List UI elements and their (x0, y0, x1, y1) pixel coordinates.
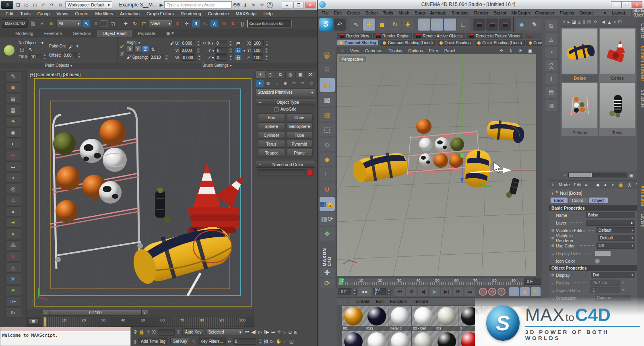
tab-display-icon[interactable]: ▣ (295, 70, 305, 78)
render-view-button[interactable]: Render View (337, 33, 372, 39)
tab-motion-icon[interactable]: ◎ (285, 70, 295, 78)
keyboard-override-icon[interactable]: ⬆ (192, 19, 200, 28)
render-region-button[interactable]: Render Region (373, 33, 412, 39)
dome-primitive-icon[interactable]: ◖ (5, 173, 21, 183)
go-start-icon[interactable]: ⏮ (245, 330, 249, 335)
spacewarps-icon[interactable]: ≋ (298, 80, 306, 87)
menu-maxscript[interactable]: MAXScript (236, 11, 257, 16)
named-selection-set-field[interactable]: Create Selection Se (247, 20, 291, 27)
cameras-icon[interactable]: ◉ (281, 80, 289, 87)
next-frame-icon[interactable]: ‖▶ (264, 330, 269, 335)
gouraud-lines-button[interactable]: Gouraud Shading (Lines) (380, 40, 436, 46)
save-icon[interactable]: ◫ (31, 1, 39, 8)
minimize-button[interactable]: – (282, 2, 292, 8)
material-item[interactable] (365, 331, 388, 346)
vp-menu-view[interactable]: View (350, 48, 359, 53)
plus-icon[interactable]: ✚ (320, 268, 335, 277)
material-item[interactable]: metal 3 (388, 306, 411, 331)
pyramid-primitive-icon[interactable]: ▲ (5, 206, 21, 216)
polygons-mode-icon[interactable]: ◆ (320, 152, 335, 166)
no-object-dropdown[interactable]: No Object... (19, 41, 40, 45)
document-icon[interactable]: ▤ (545, 86, 557, 98)
angle-snap-icon[interactable]: ∡ (210, 19, 219, 28)
scale-z-field[interactable]: 100 (252, 54, 263, 61)
browser-home-icon[interactable]: ⌂ (578, 20, 581, 25)
tab-hierarchy-icon[interactable]: ⧉ (276, 70, 285, 78)
attr-menu-mode[interactable]: Mode (559, 182, 570, 187)
icon-color-swatch[interactable] (595, 259, 600, 264)
anim-dot-icon[interactable] (551, 237, 554, 239)
gouraud-shading-button[interactable]: Gouraud Shading (337, 40, 379, 46)
visible-renderer-dropdown[interactable]: Default (598, 235, 635, 241)
tab-content-browser[interactable]: Content Browser (637, 43, 644, 84)
menu-tools[interactable]: Tools (20, 11, 31, 16)
menu-customize[interactable]: Customize (208, 11, 229, 16)
keyframe-selection-icon[interactable]: ? (497, 288, 506, 296)
asset-bolso[interactable]: Bolso (561, 28, 598, 82)
key-rotation-icon[interactable]: ↻ (531, 287, 541, 296)
curve-editor-icon[interactable]: ▤ (5, 94, 21, 104)
star-icon[interactable]: ☆ (258, 1, 266, 8)
next-key-icon[interactable]: ▶| (441, 287, 452, 296)
paint-brush-icon[interactable] (2, 45, 16, 56)
start-frame-field[interactable]: 0 F (339, 288, 351, 295)
object-name-field[interactable] (258, 169, 305, 175)
v-field[interactable]: 0.000 (180, 47, 195, 54)
scale-lock-icon[interactable]: ⬒ (235, 41, 242, 47)
maximize-toggle-icon[interactable]: ◱ (289, 339, 293, 344)
c4d-minimize-button[interactable]: – (611, 1, 621, 8)
scale-tool-icon[interactable]: ◼ (376, 19, 388, 31)
vp-zoom-icon[interactable]: ⇕ (509, 48, 512, 53)
max-viewport[interactable]: [+] [Camera001] [Shaded] (27, 70, 254, 309)
tab-attributes[interactable]: Attributes (637, 183, 644, 209)
time-back-arrow[interactable]: ‹ (43, 310, 49, 316)
browser-book-icon[interactable]: ▤ (587, 19, 591, 25)
move-tool-icon[interactable]: ✚ (363, 19, 375, 31)
maximize-viewport-icon[interactable]: ⊞ (294, 330, 297, 335)
camera-icon[interactable]: ◉ (5, 128, 21, 138)
viewport-camera-label[interactable]: Perspective (339, 56, 366, 62)
menu-octane[interactable]: Octane (580, 10, 594, 15)
end-frame-field[interactable]: 90 F (373, 288, 386, 295)
timeline-frame-box[interactable]: 0 F (524, 278, 541, 285)
anim-dot-icon[interactable] (551, 229, 554, 232)
dope-sheet-icon[interactable]: ▦ (5, 105, 21, 115)
redo-icon[interactable]: ↷ (48, 1, 56, 8)
asset-conos[interactable]: Conos (599, 28, 636, 82)
geosphere-button[interactable]: GeoSphere (286, 122, 313, 130)
w-field[interactable]: 0.000 (182, 54, 196, 61)
helpers-icon[interactable]: ▭ (290, 80, 298, 87)
c4d-viewport[interactable]: ⠿ View Cameras Display Options Filter Pa… (337, 47, 536, 276)
c4d-close-button[interactable]: ✕ (632, 1, 642, 8)
attr-target-icon[interactable]: ◎ (627, 182, 632, 187)
vp-pan-icon[interactable]: ✛ (500, 48, 503, 53)
zoom-region-icon[interactable]: ▷ (270, 339, 274, 344)
lock-selection-icon[interactable]: 🔒 (139, 330, 144, 335)
material-item[interactable]: f022 (365, 306, 388, 331)
timeline-ruler[interactable]: 0102030405060708090 (338, 277, 523, 285)
anim-dot-icon[interactable] (551, 244, 554, 247)
sculpt-mesh-icon[interactable]: ⌸ (320, 63, 335, 77)
pan-hand-icon[interactable]: ✋ (276, 339, 281, 344)
auto-key-button[interactable]: Auto Key (182, 328, 204, 336)
document2-icon[interactable]: ▥ (545, 100, 557, 111)
add-time-tag[interactable]: Add Time Tag (138, 338, 168, 345)
use-color-dropdown[interactable]: Off (597, 243, 635, 249)
grass-icon[interactable]: ♣ (5, 285, 21, 295)
selected-dropdown[interactable]: Selected▾ (206, 328, 243, 336)
asset-pelotas[interactable]: Pelotas (561, 82, 598, 136)
pick-object-icon[interactable]: ↖ (27, 46, 34, 53)
uniform-scale-icon[interactable]: ⠿ (235, 47, 242, 54)
menu-simulate[interactable]: Simulate (452, 10, 469, 15)
browser-back-icon[interactable]: ▸ (568, 19, 570, 25)
set-key-button[interactable]: Set Key (170, 338, 190, 345)
menu-character[interactable]: Character (535, 10, 554, 15)
ribbon-config-icon[interactable]: ▣ ▾ (161, 30, 179, 37)
sculpt-brush-icon[interactable]: 🖐 (320, 48, 335, 62)
viewport-label[interactable]: [+] [Camera001] [Shaded] (30, 72, 80, 77)
tab-utilities-icon[interactable]: ⚒ (305, 70, 315, 78)
maxscript-mini-listener[interactable]: Welcome to MAXScript. (0, 327, 131, 346)
menu-graph-editors[interactable]: Graph Editors (147, 11, 174, 16)
play-expand-icon[interactable]: ▶ (160, 2, 163, 8)
lock-x-axis-icon[interactable]: Ⓧ (418, 19, 430, 31)
